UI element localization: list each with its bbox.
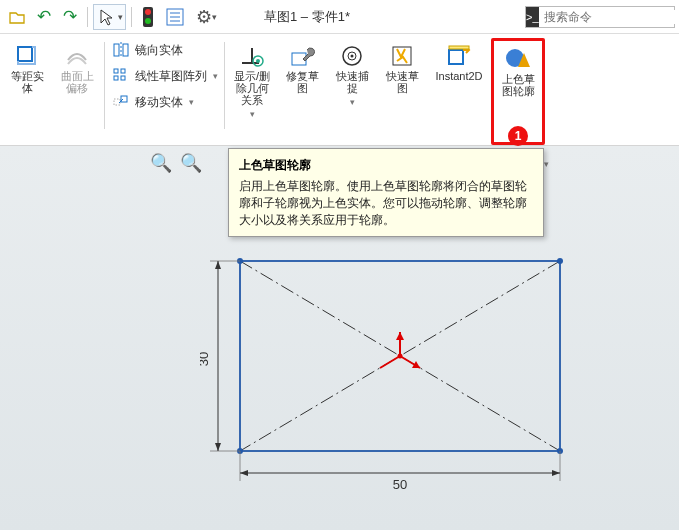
tooltip-body: 启用上色草图轮廓。使用上色草图轮廓将闭合的草图轮廓和子轮廓视为上色实体。您可以拖… — [239, 178, 533, 228]
svg-point-24 — [351, 55, 354, 58]
svg-rect-9 — [123, 44, 128, 56]
quick-access-toolbar: ↶ ↷ ▾ ⚙▾ 草图1 – 零件1* >_ — [0, 0, 679, 34]
instant2d-button[interactable]: Instant2D — [427, 38, 491, 145]
label: Instant2D — [435, 70, 482, 82]
display-delete-relations-button[interactable]: 显示/删 除几何 关系 ▾ — [227, 38, 277, 145]
separator — [224, 42, 225, 129]
command-search[interactable]: >_ — [525, 6, 675, 28]
tooltip-title: 上色草图轮廓 — [239, 157, 533, 174]
document-title: 草图1 – 零件1* — [264, 8, 350, 26]
svg-rect-12 — [121, 69, 125, 73]
redo-icon[interactable]: ↷ — [58, 3, 82, 30]
chevron-down-icon: ▾ — [350, 98, 355, 108]
snap-icon — [339, 42, 365, 70]
svg-rect-27 — [449, 46, 469, 49]
settings-gear-icon[interactable]: ⚙▾ — [191, 3, 222, 31]
label: 移动实体 — [135, 94, 183, 111]
label: 上色草 图轮廓 — [502, 73, 535, 97]
svg-point-33 — [557, 258, 563, 264]
linear-pattern-button[interactable]: 线性草图阵列 ▾ — [111, 66, 218, 86]
repair-sketch-button[interactable]: 修复草 图 — [277, 38, 327, 145]
label: 显示/删 除几何 关系 — [234, 70, 270, 106]
svg-point-1 — [145, 9, 151, 15]
open-icon[interactable] — [4, 6, 30, 28]
svg-marker-46 — [215, 443, 221, 451]
separator — [87, 7, 88, 27]
shaded-profile-icon — [504, 45, 532, 73]
label: 快速草 图 — [386, 70, 419, 94]
surface-offset-icon — [65, 42, 89, 70]
linear-pattern-icon — [111, 66, 131, 86]
mirror-icon — [111, 40, 131, 60]
svg-marker-51 — [552, 470, 560, 476]
zoom-area-icon[interactable]: 🔍 — [180, 152, 202, 174]
zoom-fit-icon[interactable]: 🔍 — [150, 152, 172, 174]
instant2d-icon — [446, 42, 472, 70]
label: 线性草图阵列 — [135, 68, 207, 85]
shaded-sketch-contours-button[interactable]: 上色草 图轮廓 1 — [491, 38, 545, 145]
sketch-geometry: 30 50 — [200, 251, 580, 491]
dim-height: 30 — [200, 352, 211, 366]
svg-rect-11 — [114, 69, 118, 73]
quick-snaps-button[interactable]: 快速捕 捉 ▾ — [327, 38, 377, 145]
rapid-sketch-button[interactable]: 快速草 图 — [377, 38, 427, 145]
mirror-entities-button[interactable]: 镜向实体 — [111, 40, 218, 60]
svg-rect-7 — [18, 47, 32, 61]
view-heads-up-toolbar: 🔍 🔍 — [150, 152, 202, 174]
svg-point-41 — [398, 354, 403, 359]
label: 修复草 图 — [286, 70, 319, 94]
chevron-down-icon: ▾ — [213, 71, 218, 81]
svg-rect-13 — [114, 76, 118, 80]
rapid-sketch-icon — [389, 42, 415, 70]
repair-icon — [289, 42, 315, 70]
chevron-down-icon: ▾ — [189, 97, 194, 107]
label: 快速捕 捉 — [336, 70, 369, 94]
offset-entities-button[interactable]: 等距实 体 — [2, 38, 52, 145]
separator — [104, 42, 105, 129]
graphics-viewport[interactable]: 🔍 🔍 🖵 ▾ 上色草图轮廓 启用上色草图轮廓。使用上色草图轮廓将闭合的草图轮廓… — [0, 146, 679, 530]
terminal-icon: >_ — [526, 7, 539, 27]
chevron-down-icon: ▾ — [250, 110, 255, 120]
svg-point-2 — [145, 18, 151, 24]
svg-point-20 — [256, 59, 260, 63]
label: 曲面上 偏移 — [61, 70, 94, 94]
svg-marker-45 — [215, 261, 221, 269]
chevron-down-icon: ▾ — [118, 12, 123, 22]
list-icon[interactable] — [161, 5, 189, 29]
traffic-light-icon[interactable] — [137, 3, 159, 31]
callout-badge: 1 — [508, 126, 528, 146]
tooltip-shaded-sketch: 上色草图轮廓 启用上色草图轮廓。使用上色草图轮廓将闭合的草图轮廓和子轮廓视为上色… — [228, 148, 544, 237]
surface-offset-button: 曲面上 偏移 — [52, 38, 102, 145]
dim-width: 50 — [393, 477, 407, 492]
svg-marker-50 — [240, 470, 248, 476]
label: 镜向实体 — [135, 42, 183, 59]
select-tool[interactable]: ▾ — [93, 4, 126, 30]
svg-rect-26 — [449, 50, 463, 64]
undo-icon[interactable]: ↶ — [32, 3, 56, 30]
ribbon-toolbar: 等距实 体 曲面上 偏移 镜向实体 线性草图阵列 ▾ 移动实体 ▾ 显示/删 除… — [0, 34, 679, 146]
relations-icon — [239, 42, 265, 70]
move-icon — [111, 92, 131, 112]
svg-rect-14 — [121, 76, 125, 80]
label: 等距实 体 — [11, 70, 44, 94]
separator — [131, 7, 132, 27]
move-entities-button[interactable]: 移动实体 ▾ — [111, 92, 218, 112]
svg-marker-37 — [396, 332, 404, 340]
offset-icon — [15, 42, 39, 70]
svg-rect-8 — [114, 44, 119, 56]
svg-rect-16 — [121, 96, 127, 102]
svg-line-40 — [380, 356, 400, 368]
search-input[interactable] — [539, 10, 679, 24]
entity-tools-group: 镜向实体 线性草图阵列 ▾ 移动实体 ▾ — [107, 38, 222, 145]
svg-rect-15 — [114, 99, 120, 105]
